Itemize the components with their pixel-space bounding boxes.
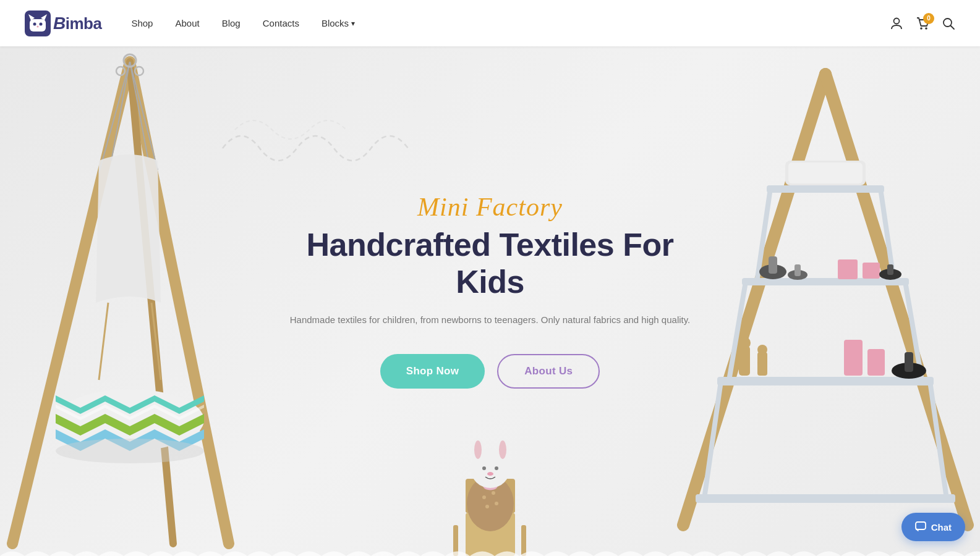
svg-rect-19 — [742, 278, 909, 285]
svg-point-60 — [474, 440, 482, 459]
svg-point-28 — [759, 264, 786, 279]
nav-blog[interactable]: Blog — [222, 18, 241, 28]
svg-rect-32 — [838, 259, 858, 279]
svg-rect-35 — [887, 264, 893, 275]
svg-point-7 — [124, 54, 136, 67]
svg-point-52 — [485, 505, 489, 508]
svg-point-69 — [33, 22, 36, 25]
teepee-shelf-decoration — [671, 62, 980, 544]
nav-blocks[interactable]: Blocks ▾ — [322, 18, 355, 28]
svg-point-10 — [56, 389, 204, 451]
chevron-down-icon: ▾ — [351, 19, 355, 28]
svg-line-4 — [130, 62, 148, 161]
svg-rect-40 — [844, 340, 863, 376]
svg-point-70 — [40, 22, 43, 25]
svg-point-9 — [135, 67, 143, 75]
svg-rect-77 — [916, 522, 926, 529]
cart-badge: 0 — [923, 13, 934, 24]
logo-text: Bimba — [53, 14, 101, 33]
nav-about[interactable]: About — [175, 18, 199, 28]
svg-point-50 — [482, 495, 486, 499]
svg-line-5 — [99, 62, 130, 173]
svg-line-0 — [12, 62, 130, 544]
svg-point-8 — [116, 67, 125, 75]
svg-line-18 — [881, 193, 893, 278]
hero-title: Handcrafted Textiles For Kids — [274, 227, 707, 301]
bunny-decoration — [435, 420, 546, 556]
svg-point-53 — [495, 502, 498, 505]
svg-point-11 — [56, 439, 204, 463]
svg-point-61 — [499, 440, 506, 459]
svg-line-76 — [951, 25, 955, 29]
svg-point-73 — [920, 27, 922, 30]
svg-point-62 — [482, 466, 486, 470]
svg-point-42 — [892, 363, 926, 379]
svg-point-37 — [738, 337, 751, 349]
user-icon-button[interactable] — [890, 17, 903, 30]
svg-point-39 — [757, 345, 767, 355]
svg-rect-27 — [788, 162, 863, 183]
svg-line-23 — [705, 385, 720, 494]
hero-content: Mini Factory Handcrafted Textiles For Ki… — [274, 192, 707, 389]
chat-icon — [915, 521, 926, 533]
decorative-waves — [216, 99, 414, 200]
svg-point-64 — [487, 472, 493, 476]
svg-rect-41 — [867, 349, 885, 376]
svg-point-72 — [894, 18, 900, 23]
svg-line-20 — [730, 285, 745, 377]
svg-line-24 — [931, 385, 946, 494]
nav-links: Shop About Blog Contacts Blocks ▾ — [131, 18, 890, 28]
svg-rect-33 — [863, 263, 880, 279]
svg-rect-31 — [795, 264, 801, 276]
hero-section: Mini Factory Handcrafted Textiles For Ki… — [0, 0, 980, 556]
svg-line-6 — [130, 62, 158, 170]
svg-line-1 — [130, 62, 229, 544]
svg-point-71 — [37, 25, 39, 27]
about-us-button[interactable]: About Us — [497, 354, 600, 389]
svg-rect-36 — [739, 346, 750, 376]
svg-line-12 — [99, 303, 108, 380]
svg-line-3 — [111, 62, 130, 161]
svg-line-2 — [130, 62, 173, 544]
svg-line-15 — [825, 74, 968, 525]
cart-icon-button[interactable]: 0 — [916, 17, 929, 30]
chat-button[interactable]: Chat — [901, 513, 965, 541]
svg-point-63 — [495, 466, 498, 470]
svg-rect-38 — [757, 352, 767, 376]
user-icon — [890, 17, 903, 30]
hero-buttons: Shop Now About Us — [274, 354, 707, 389]
svg-rect-16 — [767, 185, 884, 193]
scallop-edge — [0, 537, 980, 556]
nav-contacts[interactable]: Contacts — [263, 18, 299, 28]
hero-description: Handmade textiles for children, from new… — [274, 313, 707, 327]
nav-shop[interactable]: Shop — [131, 18, 153, 28]
logo-link[interactable]: Bimba — [25, 11, 101, 36]
svg-line-13 — [151, 303, 161, 380]
nav-icons: 0 — [890, 17, 955, 30]
svg-point-74 — [925, 27, 927, 30]
svg-point-34 — [879, 269, 901, 280]
svg-rect-66 — [30, 19, 46, 32]
svg-rect-22 — [717, 377, 934, 385]
chat-label: Chat — [931, 522, 952, 533]
svg-rect-43 — [905, 352, 913, 372]
hero-subtitle: Mini Factory — [274, 192, 707, 222]
svg-rect-29 — [769, 256, 777, 274]
svg-rect-26 — [785, 161, 866, 185]
svg-point-30 — [788, 270, 807, 280]
navbar: Bimba Shop About Blog Contacts Blocks ▾ — [0, 0, 980, 46]
svg-line-17 — [757, 193, 770, 278]
shop-now-button[interactable]: Shop Now — [380, 354, 485, 389]
logo-icon — [25, 11, 51, 36]
svg-rect-25 — [696, 494, 955, 503]
search-icon — [942, 17, 955, 30]
svg-point-51 — [492, 491, 495, 495]
search-icon-button[interactable] — [942, 17, 955, 30]
svg-line-21 — [906, 285, 921, 377]
